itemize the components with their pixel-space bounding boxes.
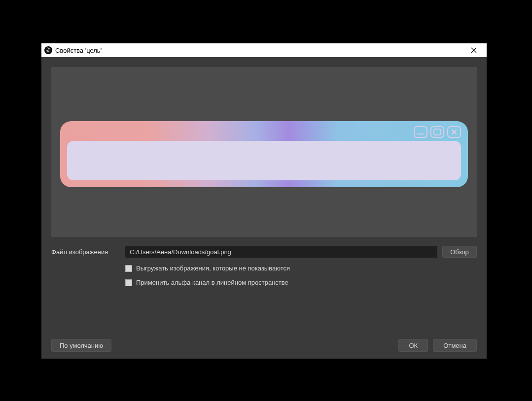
unload-checkbox-label: Выгружать изображения, которые не показы… — [136, 265, 290, 272]
unload-checkbox[interactable] — [125, 265, 132, 272]
preview-overlay — [60, 121, 468, 187]
browse-button[interactable]: Обзор — [442, 246, 477, 258]
unload-checkbox-row: Выгружать изображения, которые не показы… — [125, 265, 477, 272]
properties-dialog: Свойства 'цель' — [41, 43, 487, 359]
image-file-input[interactable] — [125, 246, 437, 258]
titlebar: Свойства 'цель' — [41, 43, 487, 57]
window-title: Свойства 'цель' — [55, 47, 461, 54]
ok-button[interactable]: ОК — [398, 339, 428, 352]
obs-icon — [44, 46, 52, 54]
alpha-checkbox-label: Применить альфа канал в линейном простра… — [136, 279, 288, 286]
image-preview — [51, 67, 477, 237]
cancel-button[interactable]: Отмена — [433, 339, 477, 352]
overlay-maximize-icon — [430, 126, 444, 138]
overlay-minimize-icon — [414, 126, 427, 138]
alpha-checkbox[interactable] — [125, 279, 132, 286]
dialog-footer: По умолчанию ОК Отмена — [51, 339, 477, 352]
overlay-close-icon — [447, 126, 461, 138]
dialog-body: Файл изображения Обзор Выгружать изображ… — [41, 57, 487, 359]
window-close-button[interactable] — [464, 43, 484, 57]
image-file-label: Файл изображения — [51, 248, 120, 256]
overlay-window-controls — [414, 126, 461, 138]
image-file-row: Файл изображения Обзор — [51, 246, 477, 258]
defaults-button[interactable]: По умолчанию — [51, 339, 111, 352]
overlay-progress-bar — [67, 141, 461, 180]
alpha-checkbox-row: Применить альфа канал в линейном простра… — [125, 279, 477, 286]
